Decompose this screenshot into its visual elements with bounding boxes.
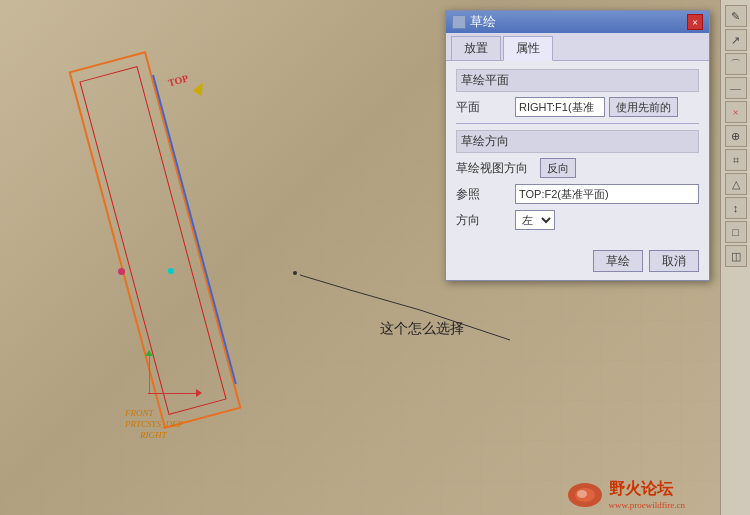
- label-top: TOP: [167, 73, 190, 89]
- toolbar-btn-cross[interactable]: ×: [725, 101, 747, 123]
- dialog-title: 草绘: [470, 13, 687, 31]
- direction-select[interactable]: 左 右 上 下: [515, 210, 555, 230]
- toolbar-btn-arrow[interactable]: ↗: [725, 29, 747, 51]
- watermark: 野火论坛 www.proewildfire.cn: [567, 479, 685, 510]
- arrow-x: [196, 389, 202, 397]
- dialog-content: 草绘平面 平面 使用先前的 草绘方向 草绘视图方向 反向 参照 方向 左 右 上…: [446, 61, 709, 244]
- dot-pink: [118, 268, 125, 275]
- sketch-direction-section: 草绘方向: [456, 130, 699, 153]
- toolbar-btn-triangle[interactable]: △: [725, 173, 747, 195]
- toolbar-btn-circle[interactable]: ⊕: [725, 125, 747, 147]
- sketch-dialog: 草绘 × 放置 属性 草绘平面 平面 使用先前的 草绘方向 草绘视图方向 反向 …: [445, 10, 710, 281]
- reference-row: 参照: [456, 184, 699, 204]
- dialog-tabs: 放置 属性: [446, 33, 709, 61]
- cancel-button[interactable]: 取消: [649, 250, 699, 272]
- reference-input[interactable]: [515, 184, 699, 204]
- label-right: RIGHT: [140, 430, 167, 440]
- dialog-titlebar: 草绘 ×: [446, 11, 709, 33]
- dialog-close-button[interactable]: ×: [687, 14, 703, 30]
- toolbar-btn-grid[interactable]: ⌗: [725, 149, 747, 171]
- annotation-text: 这个怎么选择: [380, 320, 464, 338]
- watermark-text: 野火论坛: [609, 479, 685, 500]
- toolbar-btn-line[interactable]: —: [725, 77, 747, 99]
- plane-label: 平面: [456, 99, 511, 116]
- dialog-title-icon: [452, 15, 466, 29]
- dot-cyan: [168, 268, 174, 274]
- toolbar-btn-split[interactable]: ◫: [725, 245, 747, 267]
- direction-row: 方向 左 右 上 下: [456, 210, 699, 230]
- svg-line-3: [300, 275, 350, 290]
- label-prt: PRTCSYS_DEF: [125, 419, 183, 429]
- svg-point-7: [577, 490, 587, 498]
- divider-1: [456, 123, 699, 124]
- sketch-view-dir-label: 草绘视图方向: [456, 160, 536, 177]
- toolbar-btn-resize[interactable]: ↕: [725, 197, 747, 219]
- toolbar-btn-draw[interactable]: ✎: [725, 5, 747, 27]
- right-toolbar: ✎ ↗ ⌒ — × ⊕ ⌗ △ ↕ □ ◫: [720, 0, 750, 515]
- plane-input[interactable]: [515, 97, 605, 117]
- label-front: FRONT: [125, 408, 154, 418]
- toolbar-btn-rect[interactable]: □: [725, 221, 747, 243]
- arrow-y: [145, 350, 153, 356]
- toolbar-btn-arc[interactable]: ⌒: [725, 53, 747, 75]
- watermark-logo: [567, 482, 603, 508]
- watermark-url: www.proewildfire.cn: [609, 500, 685, 510]
- sketch-confirm-button[interactable]: 草绘: [593, 250, 643, 272]
- svg-point-4: [293, 271, 297, 275]
- dialog-footer: 草绘 取消: [446, 244, 709, 280]
- reference-label: 参照: [456, 186, 511, 203]
- reverse-button[interactable]: 反向: [540, 158, 576, 178]
- direction-label: 方向: [456, 212, 511, 229]
- sketch-view-dir-row: 草绘视图方向 反向: [456, 158, 699, 178]
- axis-x: [148, 393, 198, 394]
- use-previous-button[interactable]: 使用先前的: [609, 97, 678, 117]
- axis-y: [149, 355, 150, 393]
- plane-row: 平面 使用先前的: [456, 97, 699, 117]
- tab-placement[interactable]: 放置: [451, 36, 501, 60]
- tab-attributes[interactable]: 属性: [503, 36, 553, 61]
- sketch-plane-section: 草绘平面: [456, 69, 699, 92]
- svg-line-2: [350, 290, 420, 310]
- arrow-top: [193, 80, 208, 95]
